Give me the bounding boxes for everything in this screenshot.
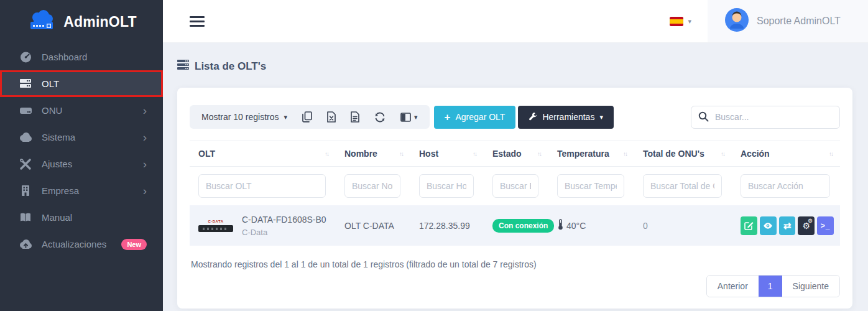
- caret-down-icon: ▾: [284, 113, 287, 121]
- column-visibility-dropdown[interactable]: ▾: [400, 113, 418, 122]
- sidebar-item-label: Actualizaciones: [42, 239, 108, 249]
- menu-toggle-button[interactable]: [190, 14, 205, 29]
- cloud-olt-logo-icon: [26, 9, 57, 34]
- building-icon: [19, 185, 32, 196]
- add-olt-button[interactable]: + Agregar OLT: [434, 106, 516, 129]
- table-search: [691, 106, 840, 129]
- cell-nombre: OLT C-DATA: [336, 205, 410, 246]
- table-header-row: OLT↑↓ Nombre↑↓ Host↑↓ Estado↑↓ Temperatu…: [190, 141, 840, 167]
- sort-icon: ↑↓: [721, 151, 726, 157]
- excel-icon[interactable]: [327, 111, 336, 123]
- tools-dropdown-button[interactable]: Herramientas ▾: [518, 106, 614, 129]
- sort-icon: ↑↓: [537, 151, 542, 157]
- sidebar-item-sistema[interactable]: Sistema ›: [0, 124, 163, 151]
- terminal-button[interactable]: >_: [817, 216, 834, 235]
- table-toolbar: Mostrar 10 registros ▾: [190, 105, 840, 129]
- sidebar-item-label: ONU: [42, 105, 133, 116]
- sidebar-item-empresa[interactable]: Empresa ›: [0, 177, 163, 204]
- pagination-row: Anterior 1 Siguiente: [190, 275, 840, 297]
- cell-total-onus: 0: [634, 205, 732, 246]
- exchange-button[interactable]: ⇄: [779, 216, 796, 235]
- language-selector[interactable]: ▾: [653, 17, 708, 26]
- olt-vendor: C-Data: [242, 228, 326, 237]
- sidebar-item-ajustes[interactable]: Ajustes ›: [0, 151, 163, 177]
- add-olt-label: Agregar OLT: [455, 112, 505, 122]
- copy-icon[interactable]: [302, 111, 312, 123]
- filter-nombre-input[interactable]: [344, 174, 400, 198]
- sidebar-item-label: Empresa: [42, 185, 133, 196]
- avatar: [725, 8, 749, 34]
- filter-olt-input[interactable]: [198, 174, 326, 198]
- column-header-olt[interactable]: OLT↑↓: [190, 141, 336, 166]
- cell-accion: ⇄ ⚙ ⚙ >_: [732, 205, 840, 246]
- user-menu[interactable]: Soporte AdminOLT: [708, 0, 868, 42]
- cloud-upload-icon: [19, 239, 32, 249]
- sidebar-item-actualizaciones[interactable]: Actualizaciones New: [0, 231, 163, 258]
- column-header-accion[interactable]: Acción↑↓: [732, 141, 840, 166]
- settings-button[interactable]: ⚙ ⚙: [798, 216, 815, 235]
- page-title-text: Lista de OLT's: [195, 60, 266, 73]
- app-title: AdminOLT: [63, 14, 136, 30]
- sidebar-item-onu[interactable]: ONU ›: [0, 97, 163, 124]
- app-logo[interactable]: AdminOLT: [0, 0, 163, 44]
- sidebar-item-label: Ajustes: [42, 159, 133, 169]
- column-header-temperatura[interactable]: Temperatura↑↓: [548, 141, 634, 166]
- chevron-right-icon: ›: [143, 185, 147, 197]
- temperature-value: 40°C: [566, 221, 586, 231]
- sidebar-item-olt[interactable]: OLT: [0, 70, 163, 97]
- plus-icon: +: [445, 112, 451, 123]
- spain-flag-icon: [670, 17, 683, 26]
- search-input[interactable]: [691, 106, 840, 129]
- view-button[interactable]: [760, 216, 777, 235]
- thermometer-icon: [557, 219, 564, 232]
- sidebar-item-dashboard[interactable]: Dashboard: [0, 44, 163, 70]
- device-icon: [19, 106, 32, 115]
- filter-host-input[interactable]: [419, 174, 474, 198]
- edit-button[interactable]: [741, 216, 757, 235]
- column-header-nombre[interactable]: Nombre↑↓: [336, 141, 410, 166]
- chevron-right-icon: ›: [143, 104, 147, 116]
- filter-total-onus-input[interactable]: [643, 174, 722, 198]
- show-entries-dropdown[interactable]: Mostrar 10 registros ▾: [201, 112, 287, 122]
- user-name: Soporte AdminOLT: [757, 16, 841, 27]
- sort-icon: ↑↓: [623, 151, 628, 157]
- server-icon: [19, 78, 32, 89]
- table-row: C-DATA C-DATA-FD1608S-B0 C-Data OLT C-DA…: [190, 205, 840, 246]
- column-header-estado[interactable]: Estado↑↓: [484, 141, 548, 166]
- table-filter-row: [190, 167, 840, 205]
- caret-down-icon: ▾: [599, 113, 603, 121]
- tools-label: Herramientas: [542, 112, 594, 122]
- new-badge: New: [121, 239, 147, 250]
- wrench-icon: [529, 112, 537, 123]
- filter-temperatura-input[interactable]: [557, 174, 624, 198]
- sort-icon: ↑↓: [473, 151, 478, 157]
- book-icon: [19, 213, 32, 222]
- sidebar-item-label: Manual: [42, 212, 147, 223]
- cell-temperatura: 40°C: [548, 205, 634, 246]
- sidebar-item-label: Dashboard: [42, 52, 147, 62]
- cell-host: 172.28.35.99: [410, 205, 484, 246]
- gear-small-icon: ⚙: [808, 218, 813, 224]
- olt-thumbnail: C-DATA: [198, 220, 233, 232]
- pagination-page-1-button[interactable]: 1: [759, 276, 782, 297]
- caret-down-icon: ▾: [414, 113, 418, 121]
- cell-estado: Con conexión: [484, 205, 548, 246]
- pagination-previous-button[interactable]: Anterior: [707, 276, 759, 297]
- column-header-host[interactable]: Host↑↓: [410, 141, 484, 166]
- server-list-icon: [177, 60, 189, 73]
- columns-icon: [400, 113, 411, 122]
- olt-model: C-DATA-FD1608S-B0: [242, 215, 326, 225]
- cloud-icon: [19, 132, 32, 142]
- sidebar-item-manual[interactable]: Manual: [0, 204, 163, 231]
- chevron-right-icon: ›: [143, 131, 147, 143]
- column-header-total-onus[interactable]: Total de ONU's↑↓: [634, 141, 732, 166]
- caret-down-icon: ▾: [688, 17, 691, 26]
- show-entries-label: Mostrar 10 registros: [201, 112, 279, 122]
- sort-icon: ↑↓: [829, 151, 834, 157]
- filter-accion-input[interactable]: [741, 174, 830, 198]
- search-icon: [698, 111, 709, 124]
- filter-estado-input[interactable]: [492, 174, 538, 198]
- pagination-next-button[interactable]: Siguiente: [782, 276, 839, 297]
- refresh-icon[interactable]: [374, 112, 386, 123]
- file-icon[interactable]: [351, 111, 359, 123]
